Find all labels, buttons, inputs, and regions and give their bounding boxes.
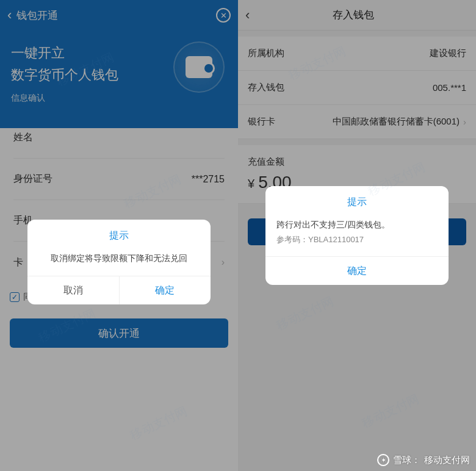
modal-overlay: 提示 取消绑定将导致限额下降和无法兑回 取消 确定 (0, 0, 238, 471)
modal-message: 跨行对出不支持三/四类钱包。 (276, 218, 438, 231)
modal-body: 取消绑定将导致限额下降和无法兑回 (27, 248, 211, 276)
alert-modal: 提示 取消绑定将导致限额下降和无法兑回 取消 确定 (27, 220, 211, 304)
screen-deposit: ‹ 存入钱包 所属机构 建设银行 存入钱包 005.***1 银行卡 中国邮政储… (238, 0, 476, 471)
cancel-button[interactable]: 取消 (27, 276, 120, 304)
modal-body: 跨行对出不支持三/四类钱包。 参考码：YBLA12110017 (265, 215, 449, 257)
source-icon: ✶ (377, 454, 389, 466)
attribution-author: 移动支付网 (424, 455, 470, 466)
modal-title: 提示 (265, 186, 449, 215)
modal-actions: 取消 确定 (27, 276, 211, 304)
alert-modal: 提示 跨行对出不支持三/四类钱包。 参考码：YBLA12110017 确定 (265, 186, 449, 286)
ok-button[interactable]: 确定 (120, 276, 211, 304)
modal-title: 提示 (27, 220, 211, 248)
screen-wallet-open: ‹ 钱包开通 ✕ 一键开立 数字货币个人钱包 信息确认 姓名 身份证号 ***2… (0, 0, 238, 471)
modal-reference: 参考码：YBLA12110017 (276, 234, 438, 246)
attribution-source: 雪球： (393, 455, 420, 466)
attribution: ✶ 雪球： 移动支付网 (377, 454, 470, 466)
modal-overlay: 提示 跨行对出不支持三/四类钱包。 参考码：YBLA12110017 确定 (238, 0, 476, 471)
ok-button[interactable]: 确定 (265, 257, 449, 285)
modal-actions: 确定 (265, 256, 449, 285)
